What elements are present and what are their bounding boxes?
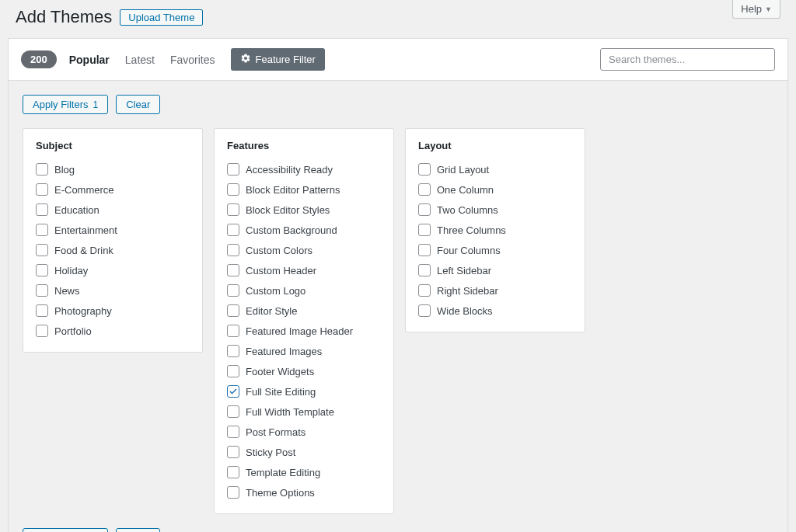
filter-checkbox-row[interactable]: Food & Drink: [36, 240, 190, 260]
filter-checkbox-row[interactable]: Entertainment: [36, 220, 190, 240]
filter-checkbox-label: Left Sidebar: [437, 265, 491, 276]
filter-checkbox-label: Footer Widgets: [246, 366, 314, 377]
checkbox-icon: [227, 325, 239, 337]
filter-checkbox-label: Post Formats: [246, 426, 305, 438]
checkbox-icon: [227, 466, 239, 478]
filter-checkbox-label: Block Editor Styles: [246, 204, 330, 216]
feature-filter-button[interactable]: Feature Filter: [231, 48, 325, 71]
filter-checkbox-row[interactable]: Three Columns: [418, 220, 572, 240]
page-header: Add Themes Upload Theme: [0, 0, 796, 30]
checkbox-icon: [36, 203, 48, 216]
filter-checkbox-row[interactable]: Portfolio: [36, 321, 190, 341]
upload-theme-button[interactable]: Upload Theme: [120, 9, 203, 26]
filter-checkbox-row[interactable]: Post Formats: [227, 422, 381, 442]
help-tab[interactable]: Help ▼: [732, 0, 780, 19]
checkbox-icon: [418, 304, 431, 317]
filter-checkbox-row[interactable]: One Column: [418, 179, 572, 200]
filter-checkbox-row[interactable]: Featured Image Header: [227, 321, 381, 341]
filter-columns: Subject BlogE-CommerceEducationEntertain…: [23, 128, 773, 514]
filter-col-title-subject: Subject: [36, 140, 190, 151]
filter-checkbox-label: Template Editing: [246, 467, 320, 478]
filter-checkbox-row[interactable]: Holiday: [36, 260, 190, 280]
apply-filters-count: 1: [93, 99, 99, 110]
page-title: Add Themes: [16, 7, 112, 27]
filter-checkbox-label: Editor Style: [246, 305, 297, 317]
checkbox-icon: [418, 183, 431, 196]
filter-checkbox-row[interactable]: Full Width Template: [227, 402, 381, 422]
checkbox-icon: [418, 284, 431, 297]
checkbox-icon: [418, 244, 431, 256]
filter-checkbox-row[interactable]: Template Editing: [227, 462, 381, 482]
filter-checkbox-label: Featured Image Header: [246, 325, 353, 337]
filter-checkbox-label: Holiday: [54, 265, 88, 276]
filter-checkbox-label: Right Sidebar: [437, 285, 498, 297]
filter-checkbox-row[interactable]: Right Sidebar: [418, 280, 572, 301]
checkbox-icon: [36, 163, 48, 176]
checkbox-icon: [227, 365, 239, 377]
checkbox-icon: [227, 345, 239, 357]
apply-filters-button-top[interactable]: Apply Filters 1: [23, 95, 108, 114]
filter-checkbox-row[interactable]: Four Columns: [418, 240, 572, 260]
filter-checkbox-row[interactable]: Education: [36, 200, 190, 220]
filter-checkbox-row[interactable]: Blog: [36, 159, 190, 179]
filter-checkbox-row[interactable]: Block Editor Styles: [227, 200, 381, 220]
clear-button-top[interactable]: Clear: [116, 95, 160, 114]
filter-checkbox-label: E-Commerce: [54, 184, 114, 196]
filter-checkbox-label: Full Width Template: [246, 406, 334, 418]
filter-links: Popular Latest Favorites: [69, 54, 215, 66]
gear-icon: [240, 53, 251, 66]
help-label: Help: [741, 3, 762, 15]
filter-checkbox-row[interactable]: Two Columns: [418, 200, 572, 220]
filter-checkbox-row[interactable]: Left Sidebar: [418, 260, 572, 280]
filter-col-features: Features Accessibility ReadyBlock Editor…: [214, 128, 394, 514]
filter-checkbox-row[interactable]: News: [36, 280, 190, 301]
tab-latest[interactable]: Latest: [125, 54, 155, 66]
checkbox-icon: [36, 264, 48, 276]
filter-checkbox-label: Four Columns: [437, 245, 501, 256]
filter-checkbox-row[interactable]: Footer Widgets: [227, 361, 381, 381]
checkbox-icon: [418, 163, 431, 176]
search-input[interactable]: [600, 48, 775, 71]
features-list: Accessibility ReadyBlock Editor Patterns…: [227, 159, 381, 502]
clear-button-bottom[interactable]: Clear: [116, 528, 160, 532]
tab-popular[interactable]: Popular: [69, 54, 110, 66]
checkbox-icon: [36, 244, 48, 256]
checkbox-icon: [36, 325, 48, 337]
checkbox-icon: [227, 284, 239, 297]
filter-checkbox-row[interactable]: Grid Layout: [418, 159, 572, 179]
filter-checkbox-row[interactable]: Custom Background: [227, 220, 381, 240]
filter-checkbox-label: Blog: [54, 164, 75, 176]
filter-checkbox-row[interactable]: Theme Options: [227, 482, 381, 502]
filter-checkbox-label: Education: [54, 204, 100, 216]
filter-checkbox-row[interactable]: E-Commerce: [36, 179, 190, 200]
apply-filters-button-bottom[interactable]: Apply Filters 1: [23, 528, 108, 532]
checkbox-icon: [227, 163, 239, 176]
filter-checkbox-label: Grid Layout: [437, 164, 489, 176]
filter-checkbox-row[interactable]: Sticky Post: [227, 442, 381, 462]
filter-checkbox-row[interactable]: Accessibility Ready: [227, 159, 381, 179]
feature-filter-label: Feature Filter: [256, 54, 316, 65]
checkbox-icon: [227, 446, 239, 458]
filter-checkbox-row[interactable]: Block Editor Patterns: [227, 179, 381, 200]
search-wrap: [600, 48, 775, 71]
tab-favorites[interactable]: Favorites: [170, 54, 215, 66]
filter-checkbox-row[interactable]: Featured Images: [227, 341, 381, 361]
filter-checkbox-row[interactable]: Custom Header: [227, 260, 381, 280]
filter-checkbox-row[interactable]: Full Site Editing: [227, 381, 381, 402]
checkbox-icon: [36, 224, 48, 236]
filter-checkbox-label: Three Columns: [437, 224, 506, 236]
filter-checkbox-label: Accessibility Ready: [246, 164, 333, 176]
filter-checkbox-label: Photography: [54, 305, 112, 317]
checkbox-icon: [36, 183, 48, 196]
chevron-down-icon: ▼: [765, 5, 772, 13]
checkbox-icon: [227, 203, 239, 216]
filter-checkbox-row[interactable]: Custom Colors: [227, 240, 381, 260]
checkbox-icon: [36, 284, 48, 297]
filter-checkbox-label: Custom Colors: [246, 245, 312, 256]
filter-checkbox-row[interactable]: Photography: [36, 301, 190, 321]
filter-checkbox-row[interactable]: Wide Blocks: [418, 301, 572, 321]
checkbox-icon: [227, 244, 239, 256]
filter-checkbox-row[interactable]: Custom Logo: [227, 280, 381, 301]
filter-checkbox-row[interactable]: Editor Style: [227, 301, 381, 321]
filter-checkbox-label: Full Site Editing: [246, 386, 316, 398]
